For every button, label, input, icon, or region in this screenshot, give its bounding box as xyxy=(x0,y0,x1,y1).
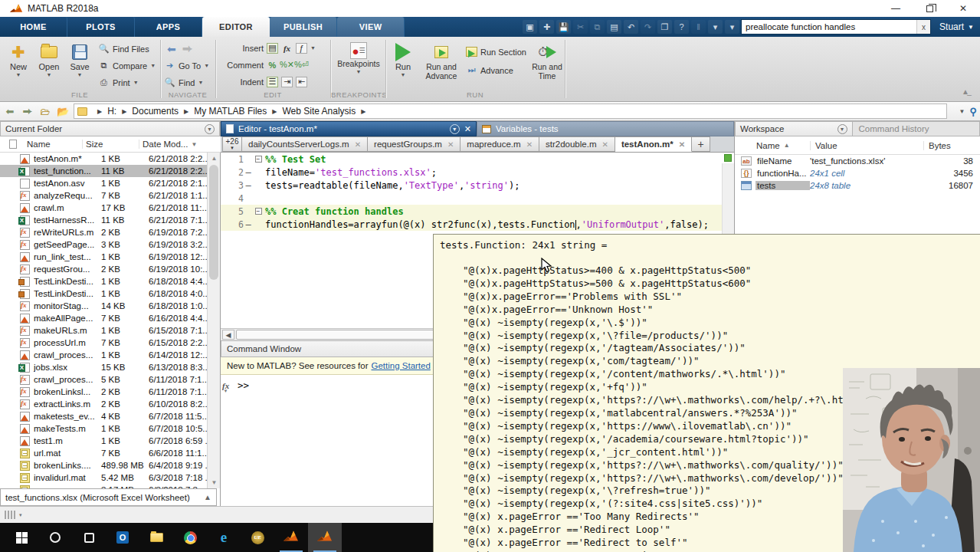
column-header-name[interactable]: Name xyxy=(27,140,82,149)
pause-icon[interactable]: ‖ xyxy=(691,20,706,34)
taskbar-icon-cortana[interactable] xyxy=(38,523,72,552)
find-button[interactable]: 🔍 Find▼ xyxy=(164,75,203,90)
breadcrumb[interactable]: ▶H:▶Documents▶My MATLAB Files▶Web Site A… xyxy=(74,104,947,119)
uncomment-icon[interactable]: %✕ xyxy=(281,60,293,71)
toolstrip-dropdown-icon[interactable]: ▾ xyxy=(725,20,739,34)
toolstrip-tab-editor[interactable]: EDITOR xyxy=(202,17,270,37)
copy-icon[interactable]: ⧉ xyxy=(590,20,605,34)
ws-column-bytes[interactable]: Bytes xyxy=(923,141,980,150)
editor-tab[interactable]: requestGroups.m✕ xyxy=(368,136,461,152)
forward-icon[interactable]: ⮕ xyxy=(182,42,193,55)
taskbar-icon-task-view[interactable] xyxy=(72,523,106,552)
ws-column-value[interactable]: Value xyxy=(810,141,923,150)
taskbar-icon-outlook[interactable]: O xyxy=(106,523,139,552)
resize-grip-icon[interactable]: ▾ xyxy=(5,511,22,519)
file-row[interactable]: fxbrokenLinksl...2 KB6/11/2018 7:1... xyxy=(0,386,207,398)
new-tab-button[interactable]: + xyxy=(692,136,710,152)
scrollbar-thumb[interactable] xyxy=(209,165,218,280)
breakpoint-dash[interactable]: – xyxy=(244,219,253,230)
file-row[interactable]: XtestHarnessR...11 KB6/21/2018 7:1... xyxy=(0,214,207,226)
workspace-row[interactable]: abfileName'test_functions.xlsx'38 xyxy=(735,155,980,167)
file-row[interactable]: fxcrawl_proces...5 KB6/11/2018 7:1... xyxy=(0,373,207,386)
breadcrumb-item[interactable]: My MATLAB Files xyxy=(194,106,267,117)
minimize-button[interactable]: ― xyxy=(879,0,913,17)
ribbon-collapse-icon[interactable]: ▲̲ xyxy=(962,87,969,96)
save-icon[interactable]: 💾 xyxy=(556,20,571,34)
panel-menu-icon[interactable]: ▼ xyxy=(205,124,215,134)
tab-overflow-button[interactable]: +26▼ xyxy=(222,136,242,152)
editor-panel-menu-icon[interactable]: ▼ xyxy=(450,124,460,134)
code-line[interactable]: 1−%% Test Set xyxy=(221,153,734,166)
cut-icon[interactable]: ✂ xyxy=(573,20,588,34)
insert-annotation-icon[interactable]: ƒ xyxy=(296,43,307,54)
browse-folder-icon[interactable]: 📂 xyxy=(55,104,70,118)
fold-collapse-icon[interactable]: − xyxy=(255,208,262,215)
goto-button[interactable]: ➔ Go To▼ xyxy=(164,58,209,73)
getting-started-link[interactable]: Getting Started xyxy=(372,361,431,370)
undo-icon[interactable]: ↶ xyxy=(624,20,638,34)
tab-close-icon[interactable]: ✕ xyxy=(602,140,608,149)
add-shortcut-icon[interactable]: ✚ xyxy=(539,20,554,34)
fx-icon[interactable]: fx▼ xyxy=(222,381,229,393)
code-line[interactable]: 6–functionHandles=arrayfun(@(x) str2func… xyxy=(221,218,734,231)
tab-close-icon[interactable]: ✕ xyxy=(526,140,533,149)
file-row[interactable]: brokenLinks....489.98 MB6/4/2018 9:19 ..… xyxy=(0,459,207,472)
nav-forward-icon[interactable]: ⮕ xyxy=(20,104,35,118)
nav-back-icon[interactable]: ⬅ xyxy=(2,104,18,118)
file-row[interactable]: fxgetSeedPage...3 KB6/19/2018 3:2... xyxy=(0,238,207,251)
breakpoint-dash[interactable]: – xyxy=(244,180,253,191)
indent-left-icon[interactable]: ⇤ xyxy=(296,77,307,87)
code-line[interactable]: 3–tests=readtable(fileName,'TextType','s… xyxy=(221,179,734,192)
file-row[interactable]: crawl.m17 KB6/21/2018 11:... xyxy=(0,202,207,214)
breakpoints-button[interactable]: ●☰ Breakpoints▼ xyxy=(342,40,375,87)
search-clear-icon[interactable]: x xyxy=(916,20,930,34)
code-analyzer-ok-indicator[interactable] xyxy=(724,154,732,162)
new-button[interactable]: ✚ New▼ xyxy=(3,40,34,87)
save-button[interactable]: Save▼ xyxy=(64,40,95,87)
file-list-scrollbar[interactable]: ▲ ▼ xyxy=(207,153,220,488)
compare-button[interactable]: ⧉ Compare▼ xyxy=(98,58,156,73)
close-button[interactable]: ✕ xyxy=(946,0,980,17)
run-and-time-button[interactable]: ⏱ Run and Time xyxy=(526,40,569,87)
column-header-size[interactable]: Size xyxy=(82,140,139,149)
file-row[interactable]: run_link_test...1 KB6/19/2018 12:... xyxy=(0,251,207,263)
wrap-comments-icon[interactable]: %⏎ xyxy=(296,60,307,71)
insert-fx-icon[interactable]: fx xyxy=(281,43,293,54)
editor-tab[interactable]: str2double.m✕ xyxy=(539,136,615,152)
variables-panel-header[interactable]: Variables - tests xyxy=(477,121,734,136)
command-history-tab[interactable]: Command History xyxy=(853,121,980,136)
taskbar-icon-start[interactable] xyxy=(5,523,38,552)
tab-close-icon[interactable]: ✕ xyxy=(355,140,361,149)
advance-button[interactable]: ⏭ Advance xyxy=(466,63,513,77)
scroll-down-icon[interactable]: ▼ xyxy=(208,477,221,488)
file-row[interactable]: Xtest_function...11 KB6/21/2018 2:2... xyxy=(0,165,207,177)
workspace-menu-icon[interactable]: ▼ xyxy=(837,124,847,134)
run-button[interactable]: Run▼ xyxy=(388,40,418,87)
switch-windows-icon[interactable]: ❐ xyxy=(657,20,672,34)
hscroll-left-icon[interactable]: ◀ xyxy=(222,330,234,340)
run-and-advance-button[interactable]: Run and Advance xyxy=(420,40,463,87)
file-row[interactable]: makeTests.m1 KB6/7/2018 10:5... xyxy=(0,422,207,435)
code-line[interactable]: 2–fileName='test_functions.xlsx'; xyxy=(221,166,734,179)
back-icon[interactable]: ⬅ xyxy=(167,43,176,55)
file-row[interactable]: fxprocessUrl.m7 KB6/15/2018 2:2... xyxy=(0,337,207,349)
file-row[interactable]: fxmakeURLs.m1 KB6/15/2018 7:1... xyxy=(0,324,207,337)
toolstrip-tab-home[interactable]: HOME xyxy=(0,17,67,37)
toolstrip-tab-view[interactable]: VIEW xyxy=(337,17,405,37)
file-row[interactable]: Xjobs.xlsx15 KB6/13/2018 8:3... xyxy=(0,361,207,373)
file-row[interactable]: fxreWriteURLs.m2 KB6/19/2018 7:2... xyxy=(0,226,207,238)
tab-close-icon[interactable]: ✕ xyxy=(447,140,454,149)
insert-dropdown-icon[interactable]: ▼ xyxy=(310,45,316,51)
run-section-button[interactable]: Run Section xyxy=(466,44,526,59)
file-row[interactable]: crawl_proces...1 KB6/14/2018 12:... xyxy=(0,349,207,361)
file-details-bar[interactable]: test_functions.xlsx (Microsoft Excel Wor… xyxy=(0,488,217,506)
file-row[interactable]: url.mat7 KB6/6/2018 11:1... xyxy=(0,447,207,459)
restore-button[interactable] xyxy=(913,0,946,17)
file-row[interactable]: invalidurl.mat5.42 MB6/3/2018 7:18 ... xyxy=(0,472,207,484)
qat-dropdown-icon[interactable]: ▾ xyxy=(708,20,723,34)
file-row[interactable]: fxmonitorStag...14 KB6/18/2018 1:0... xyxy=(0,300,207,312)
command-prompt[interactable]: >> xyxy=(238,380,249,391)
file-row[interactable]: testAnon.asv1 KB6/21/2018 2:1... xyxy=(0,177,207,189)
breadcrumb-item[interactable]: Documents xyxy=(132,106,179,117)
print-button[interactable]: ⎙ Print▼ xyxy=(98,75,139,90)
